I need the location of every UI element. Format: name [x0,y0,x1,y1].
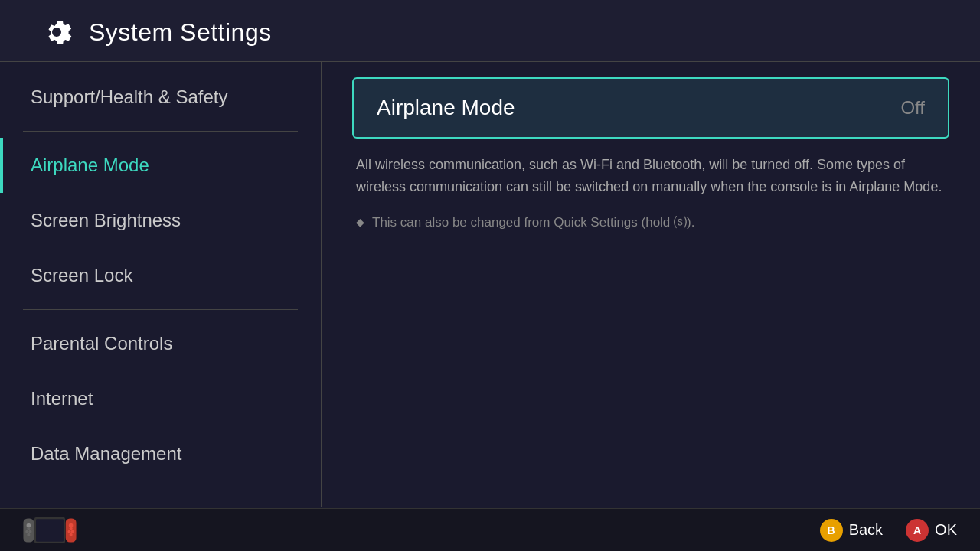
footer-buttons: B Back A OK [820,519,957,542]
ok-button[interactable]: A OK [906,519,957,542]
svg-rect-0 [23,518,34,542]
selected-setting-title: Airplane Mode [377,96,515,120]
sidebar-item-support-health-safety[interactable]: Support/Health & Safety [0,70,321,125]
sidebar-divider-1 [23,131,298,132]
selected-setting-value: Off [900,97,925,119]
main-layout: Support/Health & Safety Airplane Mode Sc… [0,62,980,507]
b-button-icon: B [820,519,843,542]
back-button[interactable]: B Back [820,519,883,542]
svg-point-10 [67,530,70,533]
svg-point-2 [25,530,28,533]
svg-point-4 [27,533,30,536]
settings-gear-icon [38,14,75,51]
back-label: Back [849,521,883,539]
diamond-icon: ◆ [356,216,364,228]
selected-setting-row[interactable]: Airplane Mode Off [352,77,949,139]
setting-note-text: This can also be changed from Quick Sett… [372,214,694,231]
svg-point-13 [70,527,73,530]
footer-left [23,516,77,545]
setting-description: All wireless communication, such as Wi-F… [352,154,949,198]
page-title: System Settings [89,18,272,47]
header: System Settings [0,0,980,62]
sidebar-item-data-management[interactable]: Data Management [0,426,321,481]
nintendo-switch-icon [23,516,77,545]
svg-point-1 [27,523,31,527]
svg-point-11 [71,530,74,533]
content-area: Airplane Mode Off All wireless communica… [322,62,980,507]
svg-rect-8 [66,518,77,542]
setting-note: ◆ This can also be changed from Quick Se… [352,214,949,231]
sidebar: Support/Health & Safety Airplane Mode Sc… [0,62,322,507]
svg-point-12 [70,533,73,536]
sidebar-divider-2 [23,309,298,310]
sidebar-item-internet[interactable]: Internet [0,371,321,426]
ok-label: OK [935,521,957,539]
sidebar-item-screen-brightness[interactable]: Screen Brightness [0,193,321,248]
sidebar-item-airplane-mode[interactable]: Airplane Mode [0,138,321,193]
sidebar-item-parental-controls[interactable]: Parental Controls [0,316,321,371]
svg-point-3 [28,530,31,533]
a-button-icon: A [906,519,929,542]
sidebar-item-screen-lock[interactable]: Screen Lock [0,248,321,303]
svg-point-9 [69,523,74,527]
svg-point-5 [27,527,30,530]
svg-rect-7 [36,519,64,542]
footer: B Back A OK [0,508,980,551]
